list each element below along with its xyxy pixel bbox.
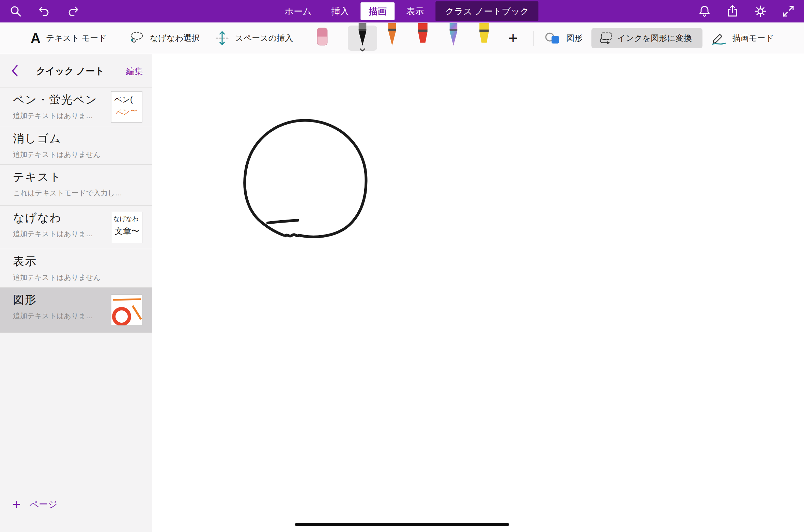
page-item-title: テキスト <box>13 170 152 185</box>
page-item-title: 表示 <box>13 254 152 269</box>
orange-pen-tool[interactable] <box>384 23 401 47</box>
shapes-icon <box>544 31 561 45</box>
tab-insert-label: 挿入 <box>331 5 349 17</box>
top-bar-right <box>698 4 795 18</box>
undo-icon[interactable] <box>37 4 51 18</box>
draw-mode-pencil-icon <box>711 31 727 45</box>
draw-mode-button[interactable]: 描画モード <box>711 22 774 54</box>
home-indicator-bar[interactable] <box>295 523 509 526</box>
plus-icon: + <box>12 497 21 512</box>
lasso-icon <box>129 31 144 46</box>
thumbnail-ink-text: ペン( <box>111 92 142 105</box>
tab-draw[interactable]: 描画 <box>361 2 395 20</box>
page-item-subtitle: 追加テキストはありま… <box>13 229 115 239</box>
insert-space-button[interactable]: スペースの挿入 <box>215 22 293 54</box>
notebook-section-title: クイック ノート <box>36 65 104 77</box>
notifications-bell-icon[interactable] <box>698 4 711 18</box>
page-item-subtitle: 追加テキストはありま… <box>13 111 115 120</box>
thumbnail-ink-text: 文章〜 <box>111 223 142 237</box>
thumbnail-ink-shapes <box>111 295 142 325</box>
tab-home[interactable]: ホーム <box>276 2 320 20</box>
draw-toolbar: A テキスト モード なげなわ選択 ス <box>0 22 804 54</box>
convert-ink-label: インクを図形に変換 <box>617 33 692 44</box>
add-pen-button[interactable]: + <box>508 22 518 54</box>
fullscreen-expand-icon[interactable] <box>782 4 795 18</box>
black-pen-tool[interactable] <box>354 23 371 47</box>
tab-home-label: ホーム <box>284 5 311 17</box>
yellow-highlighter-tool[interactable] <box>476 23 493 47</box>
note-canvas[interactable] <box>153 54 804 532</box>
plus-icon: + <box>508 30 518 46</box>
page-item-text[interactable]: テキスト これはテキストモードで入力し… <box>0 165 152 206</box>
page-item-subtitle: 追加テキストはありません <box>13 273 146 282</box>
text-mode-label: テキスト モード <box>46 33 107 44</box>
tab-insert[interactable]: 挿入 <box>323 2 357 20</box>
add-page-button[interactable]: + ページ <box>12 495 58 514</box>
text-mode-icon: A <box>31 31 41 45</box>
page-thumbnail: ペン( ペン〜 <box>111 91 142 123</box>
page-item-subtitle: 追加テキストはありま… <box>13 311 115 321</box>
page-list-sidebar: クイック ノート 編集 ペン・蛍光ペン 追加テキストはありま… ペン( ペン〜 … <box>0 54 152 532</box>
lasso-select-button[interactable]: なげなわ選択 <box>129 22 200 54</box>
tab-draw-label: 描画 <box>369 5 387 17</box>
rainbow-pen-tool[interactable] <box>445 23 462 47</box>
page-item-lasso[interactable]: なげなわ 追加テキストはありま… なげなわ 文章〜 <box>0 206 152 249</box>
onenote-app: ホーム 挿入 描画 表示 クラス ノートブック <box>0 0 804 532</box>
redo-icon[interactable] <box>66 4 80 18</box>
page-item-eraser[interactable]: 消しゴム 追加テキストはありません <box>0 126 152 165</box>
insert-space-icon <box>215 30 230 46</box>
page-item-title: 消しゴム <box>13 131 152 146</box>
text-mode-button[interactable]: A テキスト モード <box>31 22 107 54</box>
page-thumbnail: なげなわ 文章〜 <box>111 212 142 243</box>
page-item-shapes-selected[interactable]: 図形 追加テキストはありま… <box>0 288 152 333</box>
page-item-subtitle: これはテキストモードで入力し… <box>13 188 146 198</box>
convert-ink-icon <box>598 31 613 45</box>
thumbnail-ink-text: なげなわ <box>111 212 142 223</box>
page-item-subtitle: 追加テキストはありません <box>13 150 146 159</box>
page-item-pen-highlighter[interactable]: ペン・蛍光ペン 追加テキストはありま… ペン( ペン〜 <box>0 87 152 126</box>
pen-options-chevron-down-icon[interactable] <box>359 47 366 51</box>
draw-mode-label: 描画モード <box>732 33 774 44</box>
insert-space-label: スペースの挿入 <box>235 33 293 44</box>
ink-layer <box>153 54 804 532</box>
shapes-label: 図形 <box>566 33 583 44</box>
top-bar-left <box>9 4 80 18</box>
edit-button[interactable]: 編集 <box>126 66 143 77</box>
tab-view[interactable]: 表示 <box>398 2 432 20</box>
tab-class-notebook[interactable]: クラス ノートブック <box>436 1 539 21</box>
page-thumbnail <box>111 294 142 326</box>
ink-stroke-circle[interactable] <box>245 120 366 237</box>
shapes-button[interactable]: 図形 <box>544 22 583 54</box>
ribbon-tabs: ホーム 挿入 描画 表示 クラス ノートブック <box>276 0 538 22</box>
page-item-view[interactable]: 表示 追加テキストはありません <box>0 249 152 288</box>
ink-stroke-start-tail[interactable] <box>268 220 298 223</box>
red-highlighter-tool[interactable] <box>414 23 431 47</box>
thumbnail-ink-text: ペン〜 <box>111 103 142 118</box>
back-chevron-icon[interactable] <box>12 65 18 77</box>
tab-class-notebook-label: クラス ノートブック <box>445 5 529 17</box>
top-bar: ホーム 挿入 描画 表示 クラス ノートブック <box>0 0 804 22</box>
toolbar-divider <box>534 31 534 46</box>
search-icon[interactable] <box>9 4 22 18</box>
lasso-select-label: なげなわ選択 <box>150 33 200 44</box>
eraser-tool[interactable] <box>315 27 329 47</box>
settings-gear-icon[interactable] <box>754 4 767 18</box>
sidebar-header: クイック ノート 編集 <box>0 54 152 87</box>
convert-ink-to-shape-button[interactable]: インクを図形に変換 <box>591 28 702 48</box>
tab-view-label: 表示 <box>406 5 424 17</box>
add-page-label: ページ <box>30 498 58 511</box>
share-icon[interactable] <box>726 4 739 18</box>
